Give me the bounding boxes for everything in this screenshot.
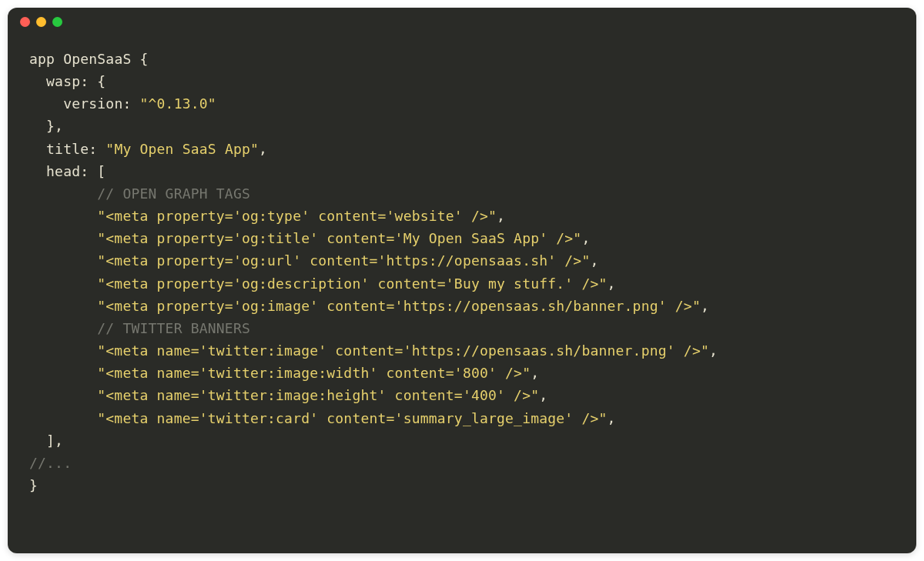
code-token: , (259, 141, 267, 157)
code-token: "<meta property='og:url' content='https:… (97, 252, 590, 269)
code-token: title: (46, 141, 97, 157)
code-token: "<meta name='twitter:card' content='summ… (97, 410, 607, 426)
code-token: "<meta name='twitter:image' content='htt… (97, 342, 709, 359)
code-token: , (497, 208, 505, 224)
code-token: ], (46, 432, 63, 449)
code-comment: // TWITTER BANNERS (97, 320, 250, 336)
code-window: app OpenSaaS { wasp: { version: "^0.13.0… (8, 8, 916, 553)
code-token: app (29, 51, 55, 67)
code-token: , (701, 298, 709, 314)
code-token: "<meta property='og:type' content='websi… (97, 208, 497, 224)
code-token: "<meta property='og:image' content='http… (97, 298, 701, 314)
code-token: { (97, 73, 105, 89)
code-token: } (29, 477, 38, 493)
close-icon[interactable] (20, 17, 30, 27)
code-token: { (140, 51, 149, 67)
code-token: "<meta name='twitter:image:height' conte… (97, 387, 539, 403)
titlebar (8, 8, 916, 35)
code-token: , (608, 410, 616, 426)
code-comment: //... (29, 455, 72, 471)
code-token: [ (97, 163, 105, 179)
code-token: , (531, 365, 539, 381)
maximize-icon[interactable] (52, 17, 62, 27)
code-token: "<meta name='twitter:image:width' conten… (97, 365, 531, 381)
code-token: , (608, 275, 616, 292)
code-token: , (709, 342, 718, 359)
code-token: head: (46, 163, 89, 179)
code-token: }, (46, 118, 63, 134)
code-token: , (539, 387, 547, 403)
code-editor[interactable]: app OpenSaaS { wasp: { version: "^0.13.0… (8, 35, 916, 512)
code-token: wasp: (46, 73, 89, 89)
code-token: "My Open SaaS App" (105, 141, 259, 157)
code-token: , (581, 230, 590, 246)
minimize-icon[interactable] (36, 17, 46, 27)
code-token: "<meta property='og:title' content='My O… (97, 230, 581, 246)
code-token: , (590, 252, 598, 269)
code-token: "<meta property='og:description' content… (97, 275, 607, 292)
code-token: version: (63, 95, 131, 112)
code-token: OpenSaaS (63, 51, 131, 67)
code-comment: // OPEN GRAPH TAGS (97, 185, 250, 202)
code-token: "^0.13.0" (140, 95, 216, 112)
